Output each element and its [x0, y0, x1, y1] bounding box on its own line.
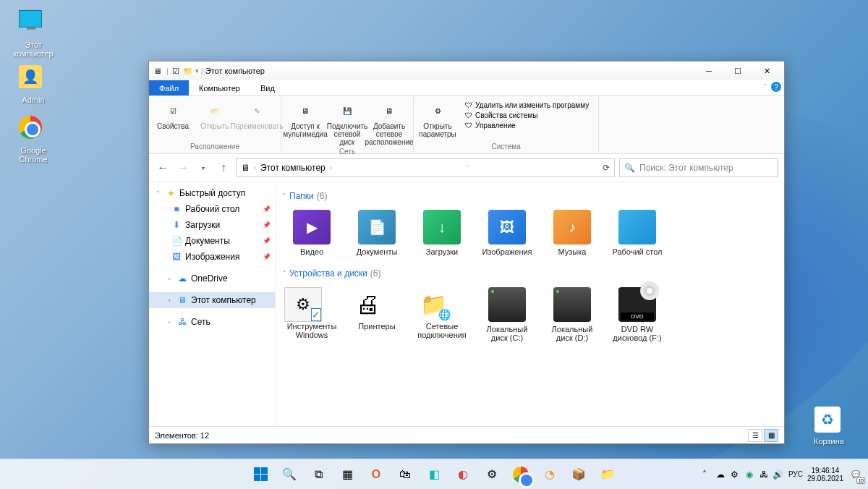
- view-details-button[interactable]: ☰: [748, 429, 762, 442]
- chevron-down-icon[interactable]: ˅: [466, 164, 469, 171]
- content-pane: ˅ Папки (6) ▶Видео📄Документы↓Загрузки🖼Из…: [276, 182, 784, 426]
- taskbar-steam[interactable]: ⚙: [479, 462, 505, 488]
- tray-chevron-up[interactable]: ˄: [699, 469, 710, 480]
- help-button[interactable]: ?: [771, 82, 781, 92]
- folder-item[interactable]: ♪Музыка: [543, 207, 601, 260]
- desktop-icon-admin[interactable]: Admin: [7, 65, 59, 104]
- section-header-folders[interactable]: ˅ Папки (6): [283, 191, 777, 201]
- desktop-icon-recycle-bin[interactable]: ♻ Корзина: [803, 407, 855, 446]
- sidebar-this-pc[interactable]: › 🖥 Этот компьютер: [149, 292, 275, 308]
- sidebar-item-desktop[interactable]: ■ Рабочий стол 📌: [149, 201, 275, 217]
- sidebar-network[interactable]: › 🖧 Сеть: [149, 314, 275, 330]
- device-item[interactable]: DVDDVD RW дисковод (F:): [608, 284, 666, 346]
- widgets-button[interactable]: ▦: [334, 462, 360, 488]
- chevron-up-icon[interactable]: ˄: [763, 83, 767, 90]
- taskbar-app[interactable]: ◐: [450, 462, 476, 488]
- sidebar-item-pictures[interactable]: 🖼 Изображения 📌: [149, 249, 275, 265]
- tray-icon[interactable]: ◉: [744, 469, 755, 480]
- nav-back-button[interactable]: ←: [155, 160, 171, 176]
- tray-icon[interactable]: ☁: [715, 469, 726, 480]
- folder-item[interactable]: 🖼Изображения: [478, 207, 536, 260]
- shield-icon: 🛡: [465, 122, 472, 129]
- maximize-button[interactable]: ☐: [723, 61, 752, 80]
- device-item[interactable]: Локальный диск (D:): [543, 284, 601, 346]
- download-icon: ⬇: [171, 219, 182, 231]
- taskbar-app[interactable]: ◔: [537, 462, 563, 488]
- ribbon-map-drive[interactable]: 💾 Подключить сетевой диск: [328, 99, 367, 148]
- tab-computer[interactable]: Компьютер: [189, 80, 250, 95]
- tray-steam-icon[interactable]: ⚙: [729, 469, 741, 480]
- sidebar-item-documents[interactable]: 📄 Документы 📌: [149, 233, 275, 249]
- device-item[interactable]: Локальный диск (C:): [478, 284, 536, 346]
- search-icon: 🔍: [282, 467, 297, 481]
- document-icon: 📄: [171, 235, 182, 247]
- ribbon-media-access[interactable]: 🖥 Доступ к мультимедиа: [286, 99, 325, 140]
- chevron-right-icon[interactable]: ›: [165, 276, 174, 282]
- chevron-right-icon[interactable]: ›: [165, 297, 174, 304]
- section-header-devices[interactable]: ˅ Устройства и диски (6): [283, 268, 777, 278]
- chevron-right-icon[interactable]: ›: [165, 319, 174, 326]
- checkbox-icon[interactable]: ☑: [171, 66, 181, 76]
- refresh-button[interactable]: ⟳: [603, 163, 610, 173]
- breadcrumb[interactable]: Этот компьютер: [260, 163, 326, 173]
- start-button[interactable]: [247, 462, 273, 488]
- titlebar[interactable]: 🖥 | ☑ 📁 ▾ | Этот компьютер ─ ☐ ✕: [149, 61, 784, 80]
- sidebar-quick-access[interactable]: ˅ ★ Быстрый доступ: [149, 185, 275, 201]
- chevron-right-icon[interactable]: ›: [330, 164, 332, 171]
- taskbar-app[interactable]: O: [363, 462, 389, 488]
- notification-badge: 10: [856, 477, 865, 484]
- device-item[interactable]: 📁🌐Сетевые подключения: [413, 284, 471, 346]
- chevron-down-icon[interactable]: ˅: [153, 190, 162, 197]
- ribbon-open-settings[interactable]: ⚙ Открыть параметры: [418, 99, 457, 140]
- sidebar-onedrive[interactable]: › ☁ OneDrive: [149, 271, 275, 286]
- ribbon-rename[interactable]: ✎ Переименовать: [237, 99, 276, 132]
- language-indicator[interactable]: РУС: [788, 470, 803, 478]
- chevron-down-icon: ˅: [283, 192, 286, 200]
- folder-item[interactable]: ▶Видео: [283, 207, 341, 260]
- tab-view[interactable]: Вид: [250, 80, 285, 95]
- tray-network-icon[interactable]: 🖧: [758, 469, 770, 480]
- desktop-icon-this-pc[interactable]: Этот компьютер: [7, 10, 59, 58]
- notifications-button[interactable]: 💬 10: [848, 467, 864, 482]
- ribbon-properties[interactable]: ☑ Свойства: [153, 99, 192, 132]
- device-item[interactable]: 🖨Принтеры: [348, 284, 406, 346]
- ribbon-uninstall-program[interactable]: 🛡Удалить или изменить программу: [463, 101, 591, 110]
- chevron-down-icon[interactable]: ▾: [195, 67, 199, 75]
- taskbar-app[interactable]: ◧: [421, 462, 447, 488]
- sidebar-item-downloads[interactable]: ⬇ Загрузки 📌: [149, 217, 275, 233]
- ribbon-system-properties[interactable]: 🛡Свойства системы: [463, 111, 591, 120]
- search-input[interactable]: 🔍 Поиск: Этот компьютер: [619, 158, 778, 177]
- taskbar-store[interactable]: 🛍: [392, 462, 418, 488]
- folder-icon: ♪: [553, 210, 591, 244]
- device-item[interactable]: ⚙✓Инструменты Windows: [283, 284, 341, 346]
- view-icons-button[interactable]: ▦: [764, 429, 778, 442]
- ribbon: ☑ Свойства 📂 Открыть ✎ Переименовать Рас…: [149, 96, 784, 154]
- task-view-button[interactable]: ⧉: [305, 462, 331, 488]
- nav-up-button[interactable]: ↑: [216, 160, 231, 176]
- store-icon: 🛍: [399, 468, 411, 481]
- folder-item[interactable]: ↓Загрузки: [413, 207, 471, 260]
- ribbon-open[interactable]: 📂 Открыть: [195, 99, 234, 132]
- folder-item[interactable]: Рабочий стол: [608, 207, 666, 260]
- nav-forward-button[interactable]: →: [175, 160, 191, 176]
- folder-icon: 📁: [183, 66, 193, 76]
- tab-file[interactable]: Файл: [149, 80, 189, 95]
- address-row: ← → ▾ ↑ 🖥 › Этот компьютер › ˅ ⟳ 🔍 Поиск…: [149, 154, 784, 182]
- ribbon-manage[interactable]: 🛡Управление: [463, 121, 591, 130]
- device-icon: 🖨: [349, 287, 404, 322]
- close-button[interactable]: ✕: [752, 61, 781, 80]
- ribbon-add-network[interactable]: 🖥 Добавить сетевое расположение: [370, 99, 409, 148]
- taskbar-app[interactable]: 📦: [566, 462, 592, 488]
- tray-volume-icon[interactable]: 🔊: [773, 469, 784, 480]
- nav-recent-button[interactable]: ▾: [195, 160, 211, 176]
- search-button[interactable]: 🔍: [276, 462, 302, 488]
- address-bar[interactable]: 🖥 › Этот компьютер › ˅ ⟳: [236, 158, 615, 177]
- folder-item[interactable]: 📄Документы: [348, 207, 406, 260]
- taskbar-clock[interactable]: 19:46:14 29.06.2021: [807, 467, 843, 482]
- chevron-right-icon[interactable]: ›: [254, 164, 256, 171]
- minimize-button[interactable]: ─: [694, 61, 723, 80]
- taskbar-chrome[interactable]: [508, 462, 534, 488]
- taskbar-explorer[interactable]: 📁: [595, 462, 621, 488]
- status-text: Элементов: 12: [155, 431, 209, 440]
- desktop-icon-chrome[interactable]: Google Chrome: [7, 116, 59, 163]
